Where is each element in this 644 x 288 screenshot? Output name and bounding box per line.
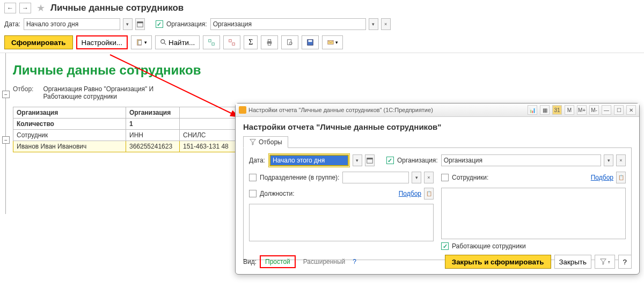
date-label: Дата: [4, 20, 20, 28]
org-checkbox[interactable]: ✓ [156, 20, 163, 28]
table-header-count: Количество [13, 119, 126, 130]
dlg-date-label: Дата: [249, 157, 265, 164]
dlg-view-advanced-link[interactable]: Расширенный [299, 256, 350, 267]
envelope-icon [327, 39, 334, 46]
printer-icon [266, 39, 273, 46]
dlg-dept-dropdown-button[interactable]: ▾ [412, 172, 421, 183]
dlg-view-label: Вид: [243, 258, 257, 265]
dlg-date-calendar-button[interactable] [365, 154, 375, 166]
tab-filters[interactable]: Отборы [243, 136, 288, 148]
dlg-positions-label: Должности: [260, 190, 295, 197]
run-button[interactable]: Сформировать [4, 35, 73, 49]
table-header-org-val: Организация [126, 107, 180, 119]
sum-button[interactable]: Σ [244, 35, 258, 49]
table-header-count-val: 1 [126, 119, 180, 130]
win-m-button[interactable]: M [565, 105, 574, 115]
calendar-icon [366, 157, 374, 164]
dlg-close-button[interactable]: Закрыть [554, 255, 591, 269]
win-calc-icon[interactable]: 📊 [528, 105, 537, 115]
dialog-titlebar[interactable]: Настройки отчета "Личные данные сотрудни… [236, 104, 639, 117]
funnel-icon [599, 258, 607, 265]
dlg-employees-listbox[interactable] [441, 188, 626, 239]
expand-button[interactable] [203, 35, 220, 49]
dlg-dept-checkbox[interactable]: ✓ [249, 174, 257, 181]
settings-button[interactable]: Настройки... [76, 35, 128, 49]
clipboard-icon [136, 39, 143, 46]
save-button[interactable] [302, 35, 319, 49]
dlg-date-dropdown-button[interactable]: ▾ [353, 154, 362, 166]
dlg-dept-label: Подразделение (в группе): [260, 174, 339, 181]
dlg-org-checkbox[interactable]: ✓ [386, 157, 394, 164]
date-dropdown-button[interactable]: ▾ [123, 18, 133, 30]
svg-rect-20 [367, 158, 373, 160]
dlg-help-button[interactable]: ? [618, 255, 632, 269]
org-clear-button[interactable]: × [381, 18, 391, 30]
date-input[interactable]: Начало этого дня [24, 18, 120, 30]
dlg-positions-checkbox[interactable]: ✓ [249, 190, 257, 197]
filter-text-2: Работающие сотрудники [43, 93, 153, 100]
svg-rect-12 [268, 43, 271, 46]
col-employee: Сотрудник [13, 130, 126, 141]
dlg-employees-select-link[interactable]: Подбор [591, 174, 613, 181]
org-input[interactable]: Организация [210, 18, 366, 30]
svg-rect-7 [212, 43, 214, 45]
dlg-employees-checkbox[interactable]: ✓ [441, 174, 449, 181]
table-header-org: Организация [13, 107, 126, 119]
tree-collapse-1[interactable]: − [2, 91, 10, 98]
funnel-icon [249, 138, 257, 146]
svg-line-5 [164, 43, 166, 45]
col-snils: СНИЛС [180, 130, 244, 141]
win-calendar-icon[interactable]: 31 [552, 105, 562, 115]
svg-point-4 [161, 40, 165, 43]
dlg-org-dropdown-button[interactable]: ▾ [604, 154, 613, 166]
dlg-dept-clear-button[interactable]: × [424, 172, 434, 183]
floppy-icon [306, 39, 314, 46]
dlg-employees-label: Сотрудники: [452, 174, 488, 181]
win-close-button[interactable]: ✕ [626, 105, 636, 115]
print-button[interactable] [261, 35, 278, 49]
dlg-positions-select-link[interactable]: Подбор [399, 190, 421, 197]
dlg-org-clear-button[interactable]: × [616, 154, 626, 166]
win-mplus-button[interactable]: M+ [577, 105, 587, 115]
win-minimize-button[interactable]: — [602, 105, 611, 115]
paste-button[interactable]: ▾ [131, 35, 152, 49]
dlg-help-link[interactable]: ? [353, 258, 356, 265]
expand-icon [208, 39, 215, 46]
tree-line [5, 53, 6, 214]
collapse-icon [228, 39, 236, 46]
dlg-positions-paste-button[interactable]: 📋 [424, 188, 434, 200]
dlg-working-checkbox[interactable]: ✓ [441, 242, 449, 250]
dlg-view-simple-link[interactable]: Простой [260, 255, 296, 268]
dlg-dept-input[interactable] [342, 172, 409, 183]
cell-inn: 366255241623 [126, 141, 180, 152]
win-grid-icon[interactable]: ▦ [540, 105, 550, 115]
nav-back-button[interactable]: ← [4, 3, 16, 13]
date-calendar-button[interactable] [135, 18, 145, 30]
find-button[interactable]: Найти... [155, 35, 200, 49]
org-dropdown-button[interactable]: ▾ [369, 18, 378, 30]
dlg-employees-paste-button[interactable]: 📋 [616, 172, 626, 183]
email-button[interactable]: ▾ [322, 35, 343, 49]
collapse-button[interactable] [223, 35, 240, 49]
org-label: Организация: [166, 20, 207, 28]
table-row[interactable]: Иванов Иван Иванович 366255241623 151-46… [13, 141, 244, 152]
cell-snils: 151-463-131 48 [180, 141, 244, 152]
dlg-date-input[interactable]: Начало этого дня [269, 154, 349, 166]
dlg-ok-button[interactable]: Закрыть и сформировать [445, 255, 551, 269]
nav-forward-button[interactable]: → [19, 3, 31, 13]
search-icon [160, 39, 167, 46]
svg-rect-6 [209, 40, 211, 42]
col-inn: ИНН [126, 130, 180, 141]
dialog-titlebar-text: Настройки отчета "Личные данные сотрудни… [248, 107, 433, 113]
tree-collapse-2[interactable]: − [2, 136, 10, 144]
dlg-positions-listbox[interactable] [249, 204, 434, 241]
sigma-icon: Σ [248, 38, 253, 47]
win-maximize-button[interactable]: ☐ [614, 105, 624, 115]
app-logo-icon [239, 106, 246, 114]
favorite-star-icon[interactable]: ★ [36, 2, 45, 14]
preview-icon [286, 39, 294, 46]
dlg-filter-button[interactable]: т [595, 255, 615, 269]
win-mminus-button[interactable]: M- [589, 105, 599, 115]
dlg-org-input[interactable]: Организация [441, 154, 601, 166]
preview-button[interactable] [281, 35, 298, 49]
